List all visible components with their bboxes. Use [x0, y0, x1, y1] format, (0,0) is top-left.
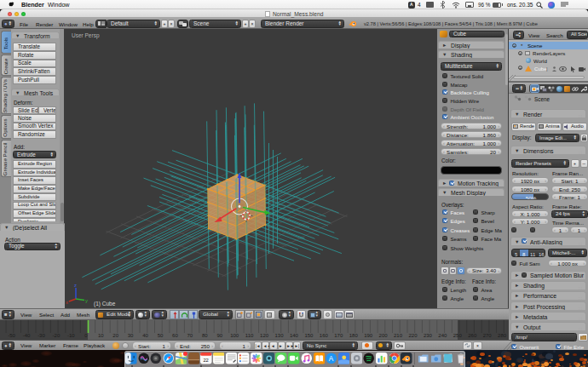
svg-text:z: z: [74, 283, 77, 288]
svg-text:y: y: [85, 298, 88, 303]
svg-text:x: x: [66, 300, 68, 305]
svg-text:User Persp: User Persp: [72, 32, 100, 39]
svg-text:(1) Cube: (1) Cube: [94, 301, 116, 307]
svg-text:22: 22: [204, 358, 209, 363]
svg-text:A: A: [329, 355, 334, 363]
